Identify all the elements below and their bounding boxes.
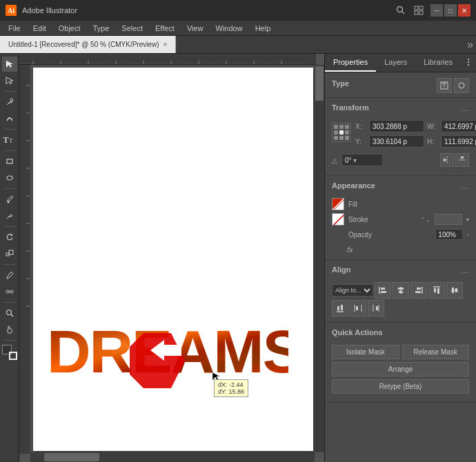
align-left-button[interactable] bbox=[375, 282, 391, 299]
panel-options-icon[interactable] bbox=[461, 54, 476, 72]
angle-dropdown[interactable]: ▾ bbox=[353, 157, 357, 164]
menu-effect[interactable]: Effect bbox=[150, 23, 180, 34]
artboard[interactable]: DREAMS DREAMS DREAMS DREAMS dX: -2.44 dY… bbox=[33, 68, 313, 451]
direct-selection-tool[interactable] bbox=[2, 73, 17, 88]
type-icon-1[interactable] bbox=[437, 78, 452, 93]
horizontal-scrollbar[interactable] bbox=[30, 452, 315, 462]
selection-tool[interactable] bbox=[2, 57, 17, 72]
distribute-right-button[interactable] bbox=[368, 300, 384, 317]
align-bottom-button[interactable] bbox=[332, 300, 348, 317]
opacity-input[interactable] bbox=[435, 229, 463, 240]
transform-more-button[interactable]: ··· bbox=[461, 104, 469, 115]
angle-input[interactable]: 0° ▾ bbox=[341, 154, 383, 166]
vertical-scrollbar[interactable] bbox=[315, 65, 324, 452]
svg-rect-5 bbox=[419, 6, 423, 10]
svg-line-59 bbox=[333, 214, 344, 225]
transform-reference-grid[interactable] bbox=[332, 123, 351, 142]
menu-edit[interactable]: Edit bbox=[28, 23, 52, 34]
pencil-tool[interactable] bbox=[2, 208, 17, 223]
window-title: Adobe Illustrator bbox=[22, 6, 77, 14]
retype-button[interactable]: Retype (Beta) bbox=[332, 379, 469, 394]
ellipse-tool[interactable] bbox=[2, 170, 17, 185]
w-input[interactable] bbox=[441, 120, 476, 132]
flip-horizontal-icon[interactable] bbox=[440, 153, 454, 167]
tab-layers[interactable]: Layers bbox=[376, 54, 415, 72]
appearance-title: Appearance bbox=[332, 181, 375, 190]
align-right-button[interactable] bbox=[410, 282, 427, 299]
opacity-chevron[interactable]: › bbox=[467, 232, 469, 238]
curvature-tool[interactable] bbox=[2, 111, 17, 126]
left-toolbar: T T bbox=[0, 54, 19, 462]
tab-properties[interactable]: Properties bbox=[325, 54, 376, 72]
menu-object[interactable]: Object bbox=[53, 23, 86, 34]
document-tab[interactable]: Untitled-1 [Recovered]* @ 50 % (CMYK/Pre… bbox=[0, 36, 176, 53]
svg-point-12 bbox=[7, 201, 9, 203]
x-label: X: bbox=[355, 123, 366, 130]
stroke-weight-stepper[interactable]: ⌃ ⌄ bbox=[420, 217, 430, 223]
svg-text:Ai: Ai bbox=[8, 7, 14, 14]
fill-stroke-indicator[interactable] bbox=[2, 345, 17, 360]
zoom-tool[interactable] bbox=[2, 305, 17, 321]
blend-tool[interactable] bbox=[2, 284, 17, 299]
arrange-icon[interactable]: » bbox=[464, 39, 476, 51]
fill-swatch[interactable] bbox=[332, 198, 344, 210]
eyedropper-tool[interactable] bbox=[2, 268, 17, 283]
transform-title: Transform bbox=[332, 103, 369, 112]
svg-rect-7 bbox=[419, 11, 423, 14]
menu-help[interactable]: Help bbox=[250, 23, 277, 34]
svg-rect-6 bbox=[415, 11, 418, 14]
type-section: Type bbox=[325, 72, 476, 98]
fx-row: fx bbox=[332, 243, 469, 254]
maximize-button[interactable]: □ bbox=[444, 4, 457, 17]
angle-label: △ bbox=[332, 157, 337, 164]
title-bar: Ai Adobe Illustrator ─ □ ✕ bbox=[0, 0, 476, 21]
pen-tool[interactable] bbox=[2, 94, 17, 110]
align-title: Align bbox=[332, 265, 351, 274]
type-icon-2[interactable] bbox=[454, 78, 469, 93]
align-more-button[interactable]: ··· bbox=[461, 266, 469, 277]
tab-label: Untitled-1 [Recovered]* @ 50 % (CMYK/Pre… bbox=[8, 41, 159, 48]
x-input[interactable] bbox=[369, 120, 424, 132]
align-center-v-button[interactable] bbox=[446, 282, 463, 299]
menu-window[interactable]: Window bbox=[210, 23, 248, 34]
stroke-swatch[interactable] bbox=[332, 213, 344, 225]
align-to-select[interactable]: Align to... bbox=[332, 284, 373, 297]
rotate-tool[interactable] bbox=[2, 230, 17, 245]
grid-icon[interactable] bbox=[414, 6, 424, 15]
mask-buttons-row: Isolate Mask Release Mask bbox=[332, 345, 469, 359]
appearance-more-button[interactable]: ··· bbox=[461, 182, 469, 193]
scale-tool[interactable] bbox=[2, 246, 17, 261]
menu-view[interactable]: View bbox=[181, 23, 209, 34]
align-top-button[interactable] bbox=[428, 282, 445, 299]
close-button[interactable]: ✕ bbox=[458, 4, 470, 17]
stroke-chevron[interactable]: ▾ bbox=[466, 217, 469, 223]
search-icon[interactable] bbox=[396, 6, 406, 15]
y-input[interactable] bbox=[369, 135, 424, 148]
minimize-button[interactable]: ─ bbox=[430, 4, 443, 17]
release-mask-button[interactable]: Release Mask bbox=[402, 345, 470, 359]
svg-line-58 bbox=[333, 199, 344, 210]
quick-actions-title: Quick Actions bbox=[332, 328, 383, 337]
svg-text:T: T bbox=[9, 137, 13, 143]
menu-file[interactable]: File bbox=[3, 23, 26, 34]
isolate-mask-button[interactable]: Isolate Mask bbox=[332, 345, 399, 359]
tab-close-button[interactable]: × bbox=[163, 41, 168, 48]
fx-label: fx bbox=[347, 244, 353, 255]
align-center-h-button[interactable] bbox=[393, 282, 409, 299]
svg-point-2 bbox=[397, 7, 403, 12]
rectangle-tool[interactable] bbox=[2, 154, 17, 169]
distribute-left-button[interactable] bbox=[350, 300, 366, 317]
h-input[interactable] bbox=[441, 135, 476, 148]
menu-select[interactable]: Select bbox=[116, 23, 148, 34]
arrange-button[interactable]: Arrange bbox=[332, 362, 469, 376]
svg-point-50 bbox=[468, 64, 469, 66]
stroke-color-box[interactable] bbox=[435, 214, 462, 225]
menu-type[interactable]: Type bbox=[88, 23, 115, 34]
canvas-area[interactable]: DREAMS DREAMS DREAMS DREAMS dX: -2.44 dY… bbox=[19, 54, 324, 462]
tab-libraries[interactable]: Libraries bbox=[415, 54, 461, 72]
type-tool[interactable]: T T bbox=[2, 132, 17, 148]
horizontal-ruler bbox=[19, 54, 316, 65]
hand-tool[interactable] bbox=[2, 322, 17, 337]
flip-vertical-icon[interactable] bbox=[455, 153, 469, 167]
paintbrush-tool[interactable] bbox=[2, 192, 17, 207]
